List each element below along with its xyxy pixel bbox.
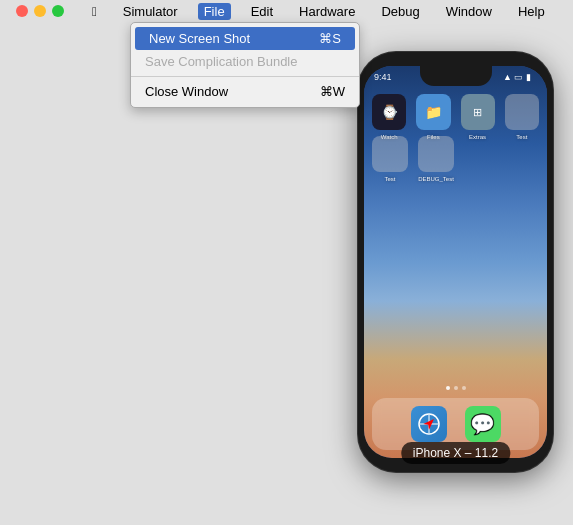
app-label-debug: DEBUG_Test (418, 176, 454, 182)
status-icons: ▲ ▭ ▮ (503, 72, 531, 82)
dot-2 (454, 386, 458, 390)
dock-icon-messages[interactable]: 💬 (465, 406, 501, 442)
window-controls (8, 1, 72, 21)
menu-item-save-complication[interactable]: Save Complication Bundle (131, 50, 359, 73)
menu-help[interactable]: Help (512, 3, 551, 20)
app-icon-test1[interactable]: Test (505, 94, 539, 130)
dot-3 (462, 386, 466, 390)
app-icon-debug[interactable]: DEBUG_Test (418, 136, 454, 172)
maximize-button[interactable] (52, 5, 64, 17)
menu-item-new-screenshot[interactable]: New Screen Shot ⌘S (135, 27, 355, 50)
app-row-2: Test DEBUG_Test (372, 136, 539, 172)
app-grid: ⌚ Watch 📁 Files ⊞ Extras (372, 94, 539, 172)
app-icon-watch[interactable]: ⌚ Watch (372, 94, 406, 130)
app-label-test1: Test (516, 134, 527, 140)
close-window-label: Close Window (145, 84, 228, 99)
dot-1 (446, 386, 450, 390)
close-button[interactable] (16, 5, 28, 17)
menu-simulator[interactable]: Simulator (117, 3, 184, 20)
app-row-1: ⌚ Watch 📁 Files ⊞ Extras (372, 94, 539, 130)
iphone-frame: 9:41 ▲ ▭ ▮ ⌚ Watch 📁 Files (358, 52, 553, 472)
menu-item-close-window[interactable]: Close Window ⌘W (131, 80, 359, 103)
menu-hardware[interactable]: Hardware (293, 3, 361, 20)
file-dropdown-menu: New Screen Shot ⌘S Save Complication Bun… (130, 22, 360, 108)
svg-marker-3 (423, 416, 436, 429)
app-icon-extras[interactable]: ⊞ Extras (461, 94, 495, 130)
menu-edit[interactable]: Edit (245, 3, 279, 20)
notch (420, 66, 492, 86)
page-dots (446, 386, 466, 390)
menu-file[interactable]: File (198, 3, 231, 20)
iphone-container: 9:41 ▲ ▭ ▮ ⌚ Watch 📁 Files (358, 52, 553, 472)
app-icon-files[interactable]: 📁 Files (416, 94, 450, 130)
device-label: iPhone X – 11.2 (401, 442, 510, 464)
save-complication-label: Save Complication Bundle (145, 54, 297, 69)
minimize-button[interactable] (34, 5, 46, 17)
wallpaper: 9:41 ▲ ▭ ▮ ⌚ Watch 📁 Files (364, 66, 547, 458)
iphone-screen: 9:41 ▲ ▭ ▮ ⌚ Watch 📁 Files (364, 66, 547, 458)
dock-icon-safari[interactable] (411, 406, 447, 442)
status-time: 9:41 (374, 72, 392, 82)
menu-bar:  Simulator File Edit Hardware Debug Win… (0, 0, 573, 22)
app-icon-test2[interactable]: Test (372, 136, 408, 172)
new-screenshot-shortcut: ⌘S (319, 31, 341, 46)
new-screenshot-label: New Screen Shot (149, 31, 250, 46)
menu-debug[interactable]: Debug (375, 3, 425, 20)
app-label-extras: Extras (469, 134, 486, 140)
menu-window[interactable]: Window (440, 3, 498, 20)
menu-apple[interactable]:  (86, 3, 103, 20)
app-label-test2: Test (384, 176, 395, 182)
close-window-shortcut: ⌘W (320, 84, 345, 99)
menu-separator (131, 76, 359, 77)
